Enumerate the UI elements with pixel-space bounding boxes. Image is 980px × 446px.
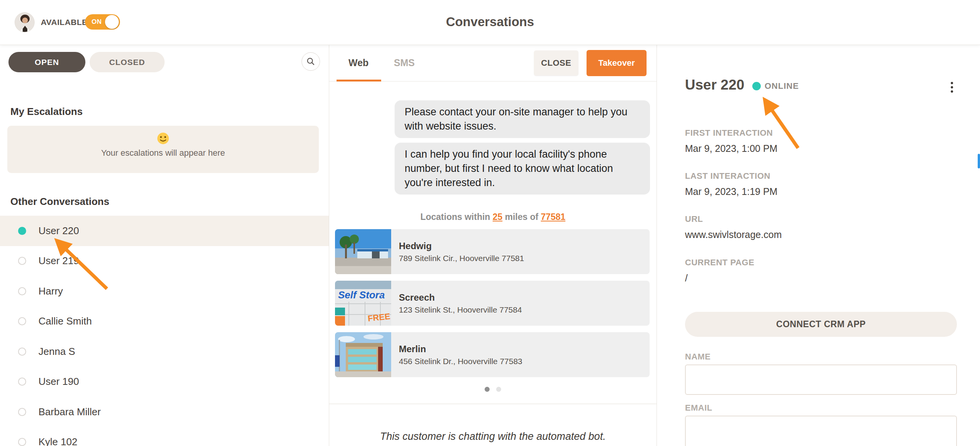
location-card-text: Merlin 456 Sitelink Dr., Hooverville 775… [391,332,522,377]
tab-web[interactable]: Web [348,45,368,80]
offline-status-dot [18,348,26,356]
offline-status-dot [18,408,26,416]
conversation-name: Callie Smith [38,315,92,327]
kebab-dot [951,90,953,93]
other-conversations-heading: Other Conversations [10,196,109,208]
last-interaction-field: LAST INTERACTION Mar 9, 2023, 1:19 PM [685,171,957,197]
locations-title-prefix: Locations within [420,212,490,222]
search-icon [307,57,315,66]
availability-toggle[interactable]: ON [85,14,120,30]
location-address: 789 Sitelink Cir., Hooverville 77581 [399,254,524,263]
escalations-empty-state: Your escalations will appear here [7,126,319,173]
online-indicator-dot [752,82,761,90]
conversation-item-barbara-miller[interactable]: Barbara Miller [0,397,329,427]
conversation-name: User 190 [38,376,79,388]
chat-transcript: Please contact your on-site manager to h… [329,82,657,393]
chat-footer-divider [329,404,657,404]
location-card-screech[interactable]: Self Stora FREE Screech 123 Sitelink St.… [335,281,650,326]
active-tab-underline [337,80,381,82]
online-status-dot [18,227,26,235]
email-field-label: EMAIL [685,403,712,413]
smiley-face-icon [157,132,170,146]
location-photo: Self Stora FREE [335,281,391,326]
name-input[interactable] [685,364,957,395]
top-header: Conversations AVAILABLE ON [0,0,980,45]
miles-link[interactable]: 25 [493,212,503,222]
locations-title-middle: miles of [505,212,538,222]
first-interaction-label: FIRST INTERACTION [685,128,957,138]
conversation-name: Kyle 102 [38,436,77,446]
availability-label: AVAILABLE [41,0,88,44]
visitor-name: User 220 [685,77,744,93]
carousel-dot-1[interactable] [485,387,490,392]
conversation-name: Harry [38,285,63,297]
offline-status-dot [18,378,26,386]
conversation-name: User 220 [38,225,79,237]
toggle-knob [105,15,119,29]
locations-title: Locations within 25 miles of 77581 [329,212,657,222]
vertical-scrollbar-thumb[interactable] [978,154,980,168]
conversation-item-harry[interactable]: Harry [0,276,329,306]
bot-status-note: This customer is chatting with the autom… [329,431,657,443]
takeover-button[interactable]: Takeover [587,50,647,76]
offline-status-dot [18,287,26,295]
agent-avatar-image [15,13,35,32]
conversation-item-user-190[interactable]: User 190 [0,367,329,397]
channel-tab-bar: Web SMS CLOSE Takeover [329,45,657,82]
conversation-name: Barbara Miller [38,406,101,418]
location-card-hedwig[interactable]: Hedwig 789 Sitelink Cir., Hooverville 77… [335,229,650,274]
conversation-item-callie-smith[interactable]: Callie Smith [0,306,329,337]
last-interaction-value: Mar 9, 2023, 1:19 PM [685,186,957,197]
location-name: Merlin [399,344,522,354]
url-value: www.swivlstorage.com [685,229,957,240]
location-card-list: Hedwig 789 Sitelink Cir., Hooverville 77… [329,229,657,377]
close-conversation-button[interactable]: CLOSE [534,50,578,76]
escalations-placeholder: Your escalations will appear here [7,148,319,158]
conversation-name: Jenna S [38,346,75,358]
offline-status-dot [18,438,26,446]
connect-crm-button[interactable]: CONNECT CRM APP [685,312,957,337]
url-label: URL [685,214,957,224]
bot-message-bubble: Please contact your on-site manager to h… [395,100,650,138]
conversation-item-jenna-s[interactable]: Jenna S [0,336,329,367]
visitor-details-panel: User 220 ONLINE FIRST INTERACTION Mar 9,… [657,45,980,446]
photo-signage-text: Self Stora [338,289,385,301]
first-interaction-field: FIRST INTERACTION Mar 9, 2023, 1:00 PM [685,128,957,154]
zip-link[interactable]: 77581 [541,212,565,222]
escalations-heading: My Escalations [10,106,83,118]
conversation-list: User 220 User 219 Harry Callie Smith Jen… [0,216,329,446]
conversation-item-user-220[interactable]: User 220 [0,216,329,246]
location-name: Screech [399,292,522,303]
chat-column: Web SMS CLOSE Takeover Please contact yo… [329,45,657,446]
agent-avatar[interactable] [15,12,35,32]
location-photo [335,332,391,377]
location-card-text: Screech 123 Sitelink St., Hooverville 77… [391,281,522,326]
bot-message-bubble: I can help you find your local facility'… [395,143,650,195]
location-photo [335,229,391,274]
carousel-dots [329,386,657,393]
conversation-name: User 219 [38,255,79,267]
current-page-value: / [685,272,957,284]
location-card-text: Hedwig 789 Sitelink Cir., Hooverville 77… [391,229,524,274]
offline-status-dot [18,257,26,265]
location-address: 456 Sitelink Dr., Hooverville 77583 [399,357,522,366]
search-button[interactable] [302,52,320,71]
online-status-label: ONLINE [765,81,799,91]
more-options-button[interactable] [946,78,958,96]
email-input[interactable] [685,416,957,446]
location-card-merlin[interactable]: Merlin 456 Sitelink Dr., Hooverville 775… [335,332,650,377]
location-name: Hedwig [399,241,524,251]
name-field-label: NAME [685,352,711,362]
tab-sms[interactable]: SMS [394,45,415,80]
url-field: URL www.swivlstorage.com [685,214,957,240]
first-interaction-value: Mar 9, 2023, 1:00 PM [685,143,957,154]
page-title: Conversations [0,0,980,43]
open-filter-button[interactable]: OPEN [8,52,85,72]
carousel-dot-2[interactable] [496,387,501,392]
conversation-item-user-219[interactable]: User 219 [0,246,329,276]
location-address: 123 Sitelink St., Hooverville 77584 [399,305,522,315]
kebab-dot [951,82,953,84]
closed-filter-button[interactable]: CLOSED [90,52,165,72]
conversation-sidebar: OPEN CLOSED My Escalations Your escalati… [0,45,329,446]
conversation-item-kyle-102[interactable]: Kyle 102 [0,427,329,446]
